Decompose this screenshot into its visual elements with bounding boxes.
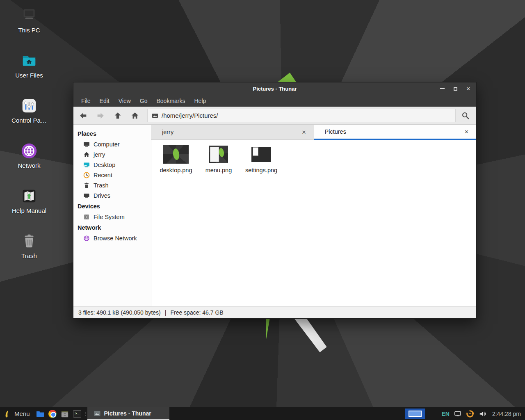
keyboard-layout-indicator[interactable]: EN xyxy=(441,411,449,417)
status-files-summary: 3 files: 490.1 kB (490,050 bytes) xyxy=(78,309,161,316)
file-manager-launcher[interactable] xyxy=(34,407,46,420)
sidebar-item-label: Trash xyxy=(94,182,109,189)
tab-label: Pictures xyxy=(325,128,463,135)
desktop-icon-label: Trash xyxy=(21,252,37,259)
task-button-thunar[interactable]: Pictures - Thunar xyxy=(87,407,169,420)
desktop-icon-user-files[interactable]: User Files xyxy=(6,51,52,79)
back-button[interactable] xyxy=(75,108,91,123)
sidebar-item-browse-network[interactable]: Browse Network xyxy=(73,233,151,243)
close-button[interactable]: ✕ xyxy=(464,84,473,93)
desktop-icon-label: Help Manual xyxy=(12,207,46,214)
window-body: Places Computer jerry Desktop Recent Tra… xyxy=(73,125,476,306)
desktop-icon-control-panel[interactable]: Control Pa… xyxy=(6,96,52,124)
sidebar-item-drives[interactable]: Drives xyxy=(73,190,151,201)
terminal-icon: >_ xyxy=(73,410,81,418)
start-menu-button[interactable]: Menu xyxy=(0,407,34,420)
tab-close-icon[interactable]: ✕ xyxy=(463,128,470,136)
file-desktop-png[interactable]: desktop.png xyxy=(155,143,196,173)
sidebar-item-file-system[interactable]: File System xyxy=(73,212,151,222)
toolbar: /home/jerry/Pictures/ xyxy=(73,107,476,125)
window-controls: ✕ xyxy=(438,82,473,95)
clock[interactable]: 2:44:28 pm xyxy=(491,411,521,417)
file-name: settings.png xyxy=(245,167,277,173)
desktop-icon-trash[interactable]: Trash xyxy=(6,231,52,259)
desktop-icon-this-pc[interactable]: This PC xyxy=(6,6,52,34)
active-workspace-window xyxy=(409,411,422,417)
home-icon xyxy=(130,111,139,120)
tab-close-icon[interactable]: ✕ xyxy=(300,128,308,136)
system-tray: EN 2:44:28 pm xyxy=(441,410,525,418)
file-list: desktop.png menu.png settings.png xyxy=(151,140,476,306)
workspace-switcher[interactable] xyxy=(405,409,425,419)
distro-logo-icon xyxy=(3,409,11,418)
home-icon xyxy=(83,151,90,158)
menu-label: Menu xyxy=(14,410,30,417)
window-titlebar[interactable]: Pictures - Thunar ✕ xyxy=(73,82,476,95)
display-tray-icon[interactable] xyxy=(454,411,461,417)
menu-go[interactable]: Go xyxy=(135,96,152,106)
sidebar-item-computer[interactable]: Computer xyxy=(73,139,151,149)
chrome-icon xyxy=(48,410,57,418)
content-pane: jerry ✕ Pictures ✕ desktop.png menu.png xyxy=(151,125,476,306)
file-cabinet-icon xyxy=(60,410,69,418)
sidebar-item-recent[interactable]: Recent xyxy=(73,170,151,180)
desktop-icon-label: This PC xyxy=(18,27,40,34)
sidebar-item-desktop[interactable]: Desktop xyxy=(73,160,151,170)
window-title: Pictures - Thunar xyxy=(253,86,297,92)
network-globe-icon xyxy=(19,141,39,161)
menu-file[interactable]: File xyxy=(77,96,95,106)
search-button[interactable] xyxy=(457,108,475,123)
browser-launcher[interactable] xyxy=(46,407,59,420)
trash-can-icon xyxy=(83,182,90,189)
menu-help[interactable]: Help xyxy=(190,96,211,106)
desktop-icon-help-manual[interactable]: Help Manual xyxy=(6,186,52,214)
volume-icon[interactable] xyxy=(479,411,486,417)
file-menu-png[interactable]: menu.png xyxy=(198,143,239,173)
back-arrow-icon xyxy=(79,111,88,120)
desktop-monitor-icon xyxy=(83,161,90,168)
menu-edit[interactable]: Edit xyxy=(95,96,114,106)
desktop-icon-network[interactable]: Network xyxy=(6,141,52,169)
sidebar-item-label: jerry xyxy=(94,151,105,158)
thunar-window: Pictures - Thunar ✕ File Edit View Go Bo… xyxy=(73,82,477,319)
drives-icon xyxy=(83,192,90,199)
update-notifier-icon[interactable] xyxy=(466,410,474,418)
search-icon xyxy=(461,111,470,120)
tab-pictures[interactable]: Pictures ✕ xyxy=(314,125,477,140)
path-bar[interactable]: /home/jerry/Pictures/ xyxy=(147,109,456,122)
laptop-icon xyxy=(19,6,39,25)
file-settings-png[interactable]: settings.png xyxy=(241,143,282,173)
wallpaper-green-sliver xyxy=(265,319,272,339)
sidebar: Places Computer jerry Desktop Recent Tra… xyxy=(73,125,151,306)
task-button-label: Pictures - Thunar xyxy=(104,410,151,417)
panel-grip xyxy=(83,407,87,420)
menu-bookmarks[interactable]: Bookmarks xyxy=(152,96,189,106)
maximize-icon xyxy=(454,87,457,91)
desktop-icon-label: User Files xyxy=(15,72,43,79)
close-icon: ✕ xyxy=(466,86,471,92)
sidebar-item-trash[interactable]: Trash xyxy=(73,180,151,190)
sidebar-header-devices: Devices xyxy=(73,201,151,212)
desktop-icon-column: This PC User Files Control Pa… Network H… xyxy=(6,6,52,276)
desktop-png-thumbnail xyxy=(163,145,189,164)
sidebar-item-label: File System xyxy=(94,214,125,220)
desktop-icon-label: Control Pa… xyxy=(11,117,47,124)
home-button[interactable] xyxy=(127,108,143,123)
archive-launcher[interactable] xyxy=(59,407,71,420)
tab-jerry[interactable]: jerry ✕ xyxy=(151,125,314,140)
up-button[interactable] xyxy=(110,108,126,123)
forward-arrow-icon xyxy=(96,111,105,120)
sidebar-header-places: Places xyxy=(73,128,151,139)
menu-png-thumbnail xyxy=(209,146,228,163)
status-free-space: Free space: 46.7 GB xyxy=(170,309,223,316)
terminal-launcher[interactable]: >_ xyxy=(71,407,83,420)
sidebar-item-label: Recent xyxy=(94,172,112,178)
sidebar-item-jerry[interactable]: jerry xyxy=(73,149,151,160)
menu-view[interactable]: View xyxy=(114,96,135,106)
forward-button[interactable] xyxy=(92,108,109,123)
maximize-button[interactable] xyxy=(451,84,460,93)
path-text: /home/jerry/Pictures/ xyxy=(162,112,218,119)
computer-icon xyxy=(83,141,90,148)
minimize-button[interactable] xyxy=(438,84,447,93)
tab-bar: jerry ✕ Pictures ✕ xyxy=(151,125,476,140)
